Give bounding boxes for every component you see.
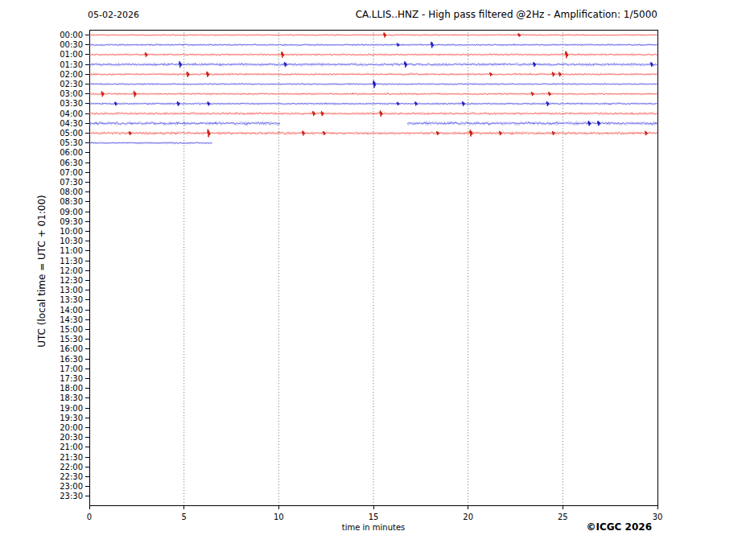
x-tick-label-15: 15 — [369, 513, 379, 521]
row-label-12:30: 12:30 — [60, 276, 83, 285]
x-axis-title: time in minutes — [342, 523, 406, 532]
row-label-13:00: 13:00 — [60, 286, 83, 294]
row-label-07:30: 07:30 — [60, 178, 83, 187]
trace-05:30 — [89, 142, 212, 144]
row-label-00:30: 00:30 — [60, 40, 83, 49]
event-spike — [489, 72, 492, 76]
row-label-07:00: 07:00 — [60, 168, 83, 177]
trace-05:00 — [89, 130, 657, 138]
event-spike — [312, 111, 315, 116]
event-spike — [187, 72, 189, 77]
row-label-01:30: 01:30 — [60, 60, 83, 69]
event-spike — [114, 102, 117, 106]
event-spike — [548, 92, 550, 96]
event-spike — [397, 102, 399, 105]
row-label-04:00: 04:00 — [60, 109, 83, 118]
row-label-02:00: 02:00 — [60, 70, 83, 79]
event-spike — [384, 32, 386, 37]
x-tick-label-10: 10 — [274, 513, 284, 521]
row-label-19:30: 19:30 — [60, 414, 83, 422]
row-label-17:00: 17:00 — [60, 364, 83, 373]
seismogram-plot: 00:0000:3001:0001:3002:0002:3003:0003:30… — [0, 0, 746, 560]
copyright-credit: ©ICGC 2026 — [586, 521, 652, 533]
row-label-20:00: 20:00 — [60, 423, 83, 432]
plot-frame — [90, 31, 658, 506]
x-tick-label-25: 25 — [558, 513, 568, 521]
event-spike — [414, 101, 417, 105]
row-label-19:00: 19:00 — [60, 404, 83, 413]
event-spike — [462, 101, 464, 106]
x-tick-label-0: 0 — [87, 513, 92, 521]
row-label-16:30: 16:30 — [60, 355, 83, 364]
event-spike — [518, 33, 521, 36]
row-label-02:30: 02:30 — [60, 80, 83, 89]
event-spike — [531, 92, 534, 96]
row-label-22:00: 22:00 — [60, 463, 83, 471]
row-label-20:30: 20:30 — [60, 433, 83, 442]
row-label-03:00: 03:00 — [60, 89, 83, 98]
row-label-18:30: 18:30 — [60, 393, 83, 402]
row-label-08:30: 08:30 — [60, 197, 83, 206]
event-spike — [101, 91, 104, 97]
x-tick-label-20: 20 — [463, 513, 473, 521]
row-label-10:00: 10:00 — [60, 227, 83, 236]
row-label-06:30: 06:30 — [60, 159, 83, 167]
trace-01:00 — [89, 51, 657, 59]
row-label-13:30: 13:30 — [60, 295, 83, 304]
event-spike — [533, 62, 535, 67]
row-label-23:00: 23:00 — [60, 482, 83, 491]
row-label-01:00: 01:00 — [60, 50, 83, 59]
helicorder-page: 00:0000:3001:0001:3002:0002:3003:0003:30… — [0, 0, 746, 560]
row-label-05:30: 05:30 — [60, 138, 83, 147]
row-label-21:30: 21:30 — [60, 453, 83, 462]
event-spike — [499, 131, 501, 135]
row-label-08:00: 08:00 — [60, 187, 83, 196]
event-spike — [208, 101, 210, 105]
row-label-11:00: 11:00 — [60, 246, 83, 255]
row-label-04:30: 04:30 — [60, 119, 83, 128]
row-label-06:00: 06:00 — [60, 148, 83, 157]
trace-00:30 — [89, 42, 657, 48]
row-label-16:00: 16:00 — [60, 344, 83, 353]
row-label-11:30: 11:30 — [60, 257, 83, 266]
x-tick-label-30: 30 — [653, 513, 663, 521]
event-spike — [645, 131, 647, 135]
event-spike — [650, 62, 653, 67]
date-label: 05-02-2026 — [88, 10, 139, 20]
event-spike — [546, 101, 549, 106]
row-label-22:30: 22:30 — [60, 472, 83, 481]
event-spike — [558, 72, 561, 76]
trace-03:00 — [89, 91, 657, 97]
row-label-14:30: 14:30 — [60, 315, 83, 324]
row-label-23:30: 23:30 — [60, 492, 83, 500]
row-label-12:00: 12:00 — [60, 266, 83, 275]
row-label-14:00: 14:00 — [60, 306, 83, 315]
y-axis-title: UTC (local time = UTC + 01:00) — [36, 195, 47, 348]
event-spike — [145, 52, 147, 57]
row-label-09:00: 09:00 — [60, 208, 83, 216]
row-label-15:00: 15:00 — [60, 325, 83, 334]
trace-04:30 — [89, 121, 657, 126]
trace-02:30 — [89, 80, 657, 88]
x-tick-label-5: 5 — [181, 513, 186, 521]
event-spike — [177, 101, 179, 106]
row-label-05:00: 05:00 — [60, 129, 83, 138]
row-label-21:00: 21:00 — [60, 443, 83, 451]
row-label-10:30: 10:30 — [60, 237, 83, 245]
event-spike — [323, 131, 325, 135]
row-label-09:30: 09:30 — [60, 217, 83, 226]
row-label-15:30: 15:30 — [60, 335, 83, 344]
row-label-00:00: 00:00 — [60, 31, 83, 39]
chart-title: CA.LLIS..HNZ - High pass filtered @2Hz -… — [356, 9, 657, 20]
row-label-17:30: 17:30 — [60, 374, 83, 383]
row-label-18:00: 18:00 — [60, 384, 83, 393]
row-label-03:30: 03:30 — [60, 99, 83, 108]
